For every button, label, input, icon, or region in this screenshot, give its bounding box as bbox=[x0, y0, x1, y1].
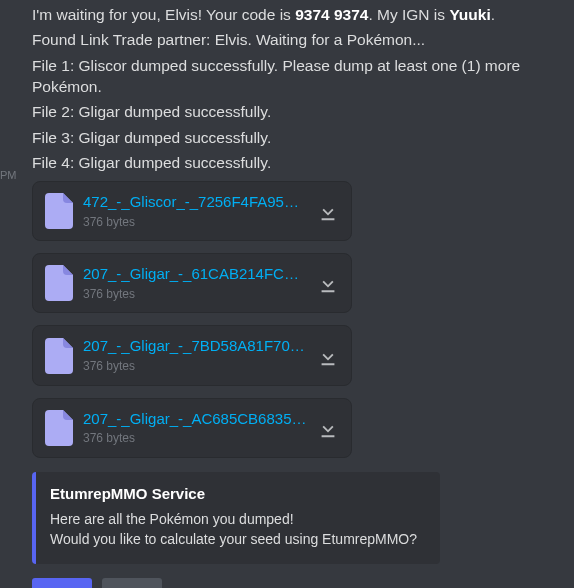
text: . My IGN is bbox=[368, 6, 449, 23]
file-meta: 207_-_Gligar_-_61CAB214FCF3.pa8 376 byte… bbox=[83, 264, 307, 302]
text: Here are all the Pokémon you dumped! bbox=[50, 511, 294, 527]
text: I'm waiting for you, Elvis! Your code is bbox=[32, 6, 295, 23]
file-icon bbox=[45, 338, 73, 374]
message-content: I'm waiting for you, Elvis! Your code is… bbox=[16, 0, 574, 588]
file-name-link[interactable]: 207_-_Gligar_-_7BD58A81F703.pa8 bbox=[83, 336, 307, 357]
yes-button[interactable]: Yes bbox=[32, 578, 92, 589]
file-meta: 472_-_Gliscor_-_7256F4FA95A1.pa8 376 byt… bbox=[83, 192, 307, 230]
file-icon bbox=[45, 193, 73, 229]
embed-description: Here are all the Pokémon you dumped! Wou… bbox=[50, 510, 426, 549]
message-line: File 4: Gligar dumped successfully. bbox=[32, 152, 558, 173]
download-icon[interactable] bbox=[317, 272, 339, 294]
no-button[interactable]: No bbox=[102, 578, 162, 589]
file-attachment: 207_-_Gligar_-_7BD58A81F703.pa8 376 byte… bbox=[32, 325, 352, 385]
file-icon bbox=[45, 410, 73, 446]
file-size: 376 bytes bbox=[83, 286, 307, 303]
download-icon[interactable] bbox=[317, 345, 339, 367]
file-size: 376 bytes bbox=[83, 430, 307, 447]
message-line: File 1: Gliscor dumped successfully. Ple… bbox=[32, 55, 558, 98]
file-meta: 207_-_Gligar_-_7BD58A81F703.pa8 376 byte… bbox=[83, 336, 307, 374]
file-attachment: 207_-_Gligar_-_AC685CB68359.pa8 376 byte… bbox=[32, 398, 352, 458]
attachments-list: 472_-_Gliscor_-_7256F4FA95A1.pa8 376 byt… bbox=[32, 181, 558, 458]
download-icon[interactable] bbox=[317, 417, 339, 439]
trade-code: 9374 9374 bbox=[295, 6, 368, 23]
file-meta: 207_-_Gligar_-_AC685CB68359.pa8 376 byte… bbox=[83, 409, 307, 447]
file-icon bbox=[45, 265, 73, 301]
file-name-link[interactable]: 207_-_Gligar_-_61CAB214FCF3.pa8 bbox=[83, 264, 307, 285]
file-size: 376 bytes bbox=[83, 214, 307, 231]
message-line: File 2: Gligar dumped successfully. bbox=[32, 101, 558, 122]
embed-title: EtumrepMMO Service bbox=[50, 484, 426, 505]
file-size: 376 bytes bbox=[83, 358, 307, 375]
file-name-link[interactable]: 207_-_Gligar_-_AC685CB68359.pa8 bbox=[83, 409, 307, 430]
file-attachment: 472_-_Gliscor_-_7256F4FA95A1.pa8 376 byt… bbox=[32, 181, 352, 241]
message-line: Found Link Trade partner: Elvis. Waiting… bbox=[32, 29, 558, 50]
file-name-link[interactable]: 472_-_Gliscor_-_7256F4FA95A1.pa8 bbox=[83, 192, 307, 213]
download-icon[interactable] bbox=[317, 200, 339, 222]
text: Would you like to calculate your seed us… bbox=[50, 531, 417, 547]
message-line: File 3: Gligar dumped successfully. bbox=[32, 127, 558, 148]
button-row: Yes No bbox=[32, 578, 558, 589]
embed-card: EtumrepMMO Service Here are all the Poké… bbox=[32, 472, 440, 564]
message-line: I'm waiting for you, Elvis! Your code is… bbox=[32, 4, 558, 25]
file-attachment: 207_-_Gligar_-_61CAB214FCF3.pa8 376 byte… bbox=[32, 253, 352, 313]
timestamp: PM bbox=[0, 168, 17, 183]
ign-name: Yuuki bbox=[449, 6, 490, 23]
text: . bbox=[491, 6, 495, 23]
